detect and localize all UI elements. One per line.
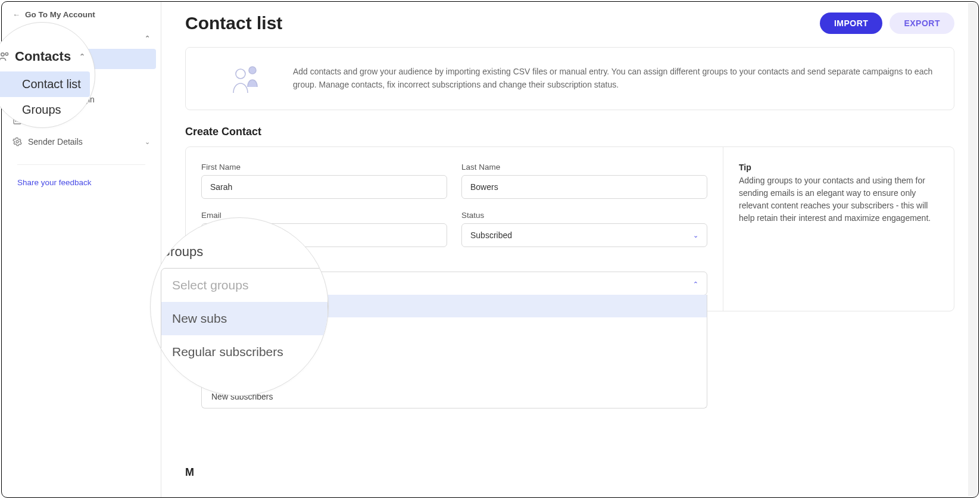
tip-body: Adding groups to your contacts and using… xyxy=(739,174,938,224)
people-icon xyxy=(227,63,263,94)
tip-title: Tip xyxy=(739,163,938,172)
chevron-up-icon: ⌃ xyxy=(145,35,150,42)
sidebar-item-sender-details[interactable]: Sender Details ⌄ xyxy=(2,131,161,152)
chevron-down-icon: ⌄ xyxy=(145,138,150,146)
import-button[interactable]: IMPORT xyxy=(820,13,882,34)
arrow-left-icon: ← xyxy=(13,10,20,19)
lens-groups-label: Groups xyxy=(160,244,328,260)
go-to-account-label: Go To My Account xyxy=(25,10,95,19)
feedback-label: Share your feedback xyxy=(17,178,92,187)
status-value: Subscribed xyxy=(470,230,512,240)
page-title: Contact list xyxy=(185,13,282,33)
chevron-down-icon: ⌄ xyxy=(693,232,698,239)
lens-option-new-subs: New subs xyxy=(161,302,327,335)
svg-point-5 xyxy=(249,67,256,74)
lens-contacts-label: Contacts xyxy=(15,49,71,64)
create-contact-title: Create Contact xyxy=(185,126,954,138)
sidebar-sender-label: Sender Details xyxy=(28,137,83,146)
tab-unsubscribed[interactable]: UNSUBSCRIBED xyxy=(274,497,338,497)
info-card: Add contacts and grow your audience by i… xyxy=(185,47,954,110)
group-option-new-subscribers[interactable]: New subscribers xyxy=(202,385,707,408)
tab-suppressed[interactable]: SUPPRESSED xyxy=(445,497,498,497)
chevron-up-icon: ⌃ xyxy=(79,52,91,61)
manage-prefix: M xyxy=(185,466,194,478)
svg-point-4 xyxy=(236,69,245,79)
groups-zoom-lens: Groups Select groups New subs Regular su… xyxy=(150,217,329,396)
export-label: EXPORT xyxy=(904,18,940,28)
lens-contact-list: Contact list xyxy=(0,71,90,97)
gear-icon xyxy=(13,137,22,146)
import-label: IMPORT xyxy=(834,18,868,28)
chevron-up-icon: ⌄ xyxy=(693,280,698,288)
info-text: Add contacts and grow your audience by i… xyxy=(293,66,936,91)
tab-subscribed[interactable]: SUBSCRIBED xyxy=(198,497,251,497)
status-select[interactable]: Subscribed ⌄ xyxy=(461,223,707,247)
status-tabs: SUBSCRIBED UNSUBSCRIBED UNCONFIRMED SUPP… xyxy=(185,497,954,497)
share-feedback-link[interactable]: Share your feedback xyxy=(17,178,92,187)
svg-point-6 xyxy=(1,53,4,56)
last-name-label: Last Name xyxy=(461,163,707,171)
scrollbar[interactable] xyxy=(968,3,977,496)
tab-unconfirmed[interactable]: UNCONFIRMED xyxy=(361,497,420,497)
contacts-icon xyxy=(0,51,10,63)
first-name-label: First Name xyxy=(201,163,447,171)
status-label: Status xyxy=(461,211,707,220)
lens-option-regular: Regular subscribers xyxy=(161,335,327,369)
svg-point-3 xyxy=(16,141,18,143)
lens-groups-placeholder: Select groups xyxy=(161,269,327,302)
svg-point-7 xyxy=(5,53,8,55)
last-name-input[interactable] xyxy=(461,175,707,199)
export-button[interactable]: EXPORT xyxy=(890,13,954,34)
first-name-input[interactable] xyxy=(201,175,447,199)
